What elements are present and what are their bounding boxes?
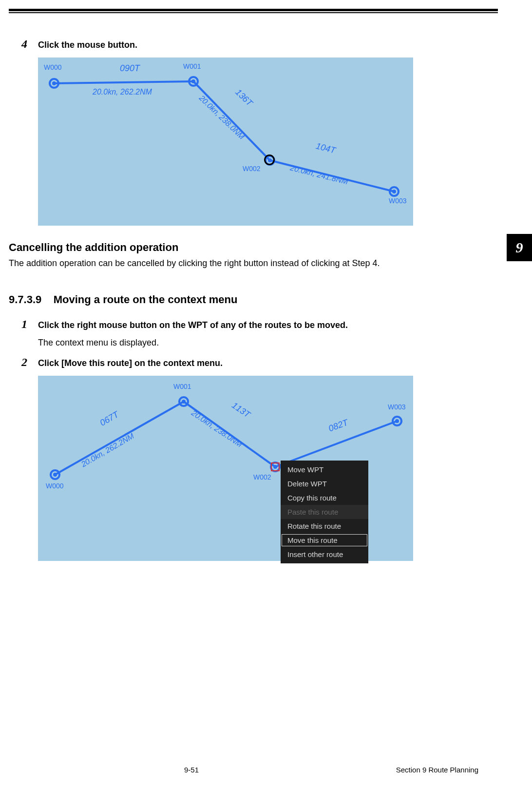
section-number: 9.7.3.9 (9, 293, 41, 306)
leg-speed-distance: 20.0kn, 238.0NM (197, 94, 246, 141)
leg-speed-distance: 20.0kn, 238.0NM (190, 408, 244, 449)
section-label: Section 9 Route Planning (396, 766, 478, 774)
leg-speed-distance: 20.0kn, 262.2NM (80, 432, 136, 469)
waypoint-label: W000 (46, 482, 64, 490)
step-number: 2 (15, 356, 27, 369)
svg-line-0 (54, 81, 193, 83)
header-rule-thin (9, 12, 498, 13)
page-footer: 9-51 Section 9 Route Planning (184, 766, 478, 774)
leg-course: 113T (230, 400, 252, 420)
waypoint-label: W002 (243, 165, 261, 173)
selection-box (271, 462, 280, 471)
step-description: The context menu is displayed. (38, 338, 498, 348)
ctx-rotate-route[interactable]: Rotate this route (281, 519, 368, 533)
cancel-body: The addition operation can be cancelled … (9, 257, 498, 270)
document-page: 9 4 Click the mouse button. W000 W001 W0… (0, 0, 532, 789)
ctx-delete-wpt[interactable]: Delete WPT (281, 477, 368, 491)
section-title: Moving a route on the context menu (54, 293, 238, 306)
route-lines-1 (38, 58, 413, 226)
cursor-ring (264, 154, 275, 165)
ctx-insert-route[interactable]: Insert other route (281, 547, 368, 561)
waypoint-label: W000 (44, 63, 62, 71)
leg-course: 090T (120, 63, 140, 74)
section-heading: 9.7.3.9 Moving a route on the context me… (9, 293, 498, 306)
diagram-1-wrap: W000 W001 W002 W003 090T 20.0kn, 262.2NM… (38, 58, 498, 226)
cancel-heading: Cancelling the addition operation (9, 241, 498, 254)
route-diagram-2: W000 W001 W002 W003 067T 20.0kn, 262.2NM… (38, 376, 413, 561)
waypoint-W003 (392, 416, 402, 426)
waypoint-label: W003 (388, 403, 406, 411)
waypoint-W001 (188, 76, 199, 87)
ctx-copy-route[interactable]: Copy this route (281, 491, 368, 505)
chapter-tab: 9 (507, 234, 532, 261)
step-number: 1 (15, 318, 27, 331)
step-instruction: Click the right mouse button on the WPT … (38, 320, 348, 330)
leg-course: 067T (98, 409, 120, 428)
waypoint-label: W002 (253, 473, 271, 481)
leg-speed-distance: 20.0kn, 241.8NM (289, 164, 349, 187)
step-instruction: Click the mouse button. (38, 40, 137, 50)
leg-course: 082T (327, 418, 350, 434)
waypoint-W001 (178, 396, 189, 407)
diagram-2-wrap: W000 W001 W002 W003 067T 20.0kn, 262.2NM… (38, 376, 498, 561)
step-4: 4 Click the mouse button. (15, 38, 498, 51)
header-rule-thick (9, 9, 498, 11)
waypoint-W003 (389, 186, 399, 197)
step-instruction: Click [Move this route] on the context m… (38, 358, 223, 368)
step-2: 2 Click [Move this route] on the context… (15, 356, 498, 369)
context-menu[interactable]: Move WPT Delete WPT Copy this route Past… (281, 461, 368, 563)
leg-speed-distance: 20.0kn, 262.2NM (93, 88, 152, 96)
waypoint-label: W001 (173, 383, 191, 390)
ctx-move-wpt[interactable]: Move WPT (281, 462, 368, 477)
route-diagram-1: W000 W001 W002 W003 090T 20.0kn, 262.2NM… (38, 58, 413, 226)
step-number: 4 (15, 38, 27, 51)
ctx-move-route[interactable]: Move this route (281, 533, 368, 547)
ctx-paste-route: Paste this route (281, 505, 368, 519)
waypoint-W000 (49, 78, 59, 89)
waypoint-label: W001 (183, 62, 201, 70)
page-number: 9-51 (184, 766, 199, 774)
waypoint-W000 (50, 469, 60, 480)
waypoint-label: W003 (389, 197, 407, 205)
leg-course: 104T (315, 141, 337, 155)
leg-course: 136T (233, 87, 254, 109)
step-1: 1 Click the right mouse button on the WP… (15, 318, 498, 331)
